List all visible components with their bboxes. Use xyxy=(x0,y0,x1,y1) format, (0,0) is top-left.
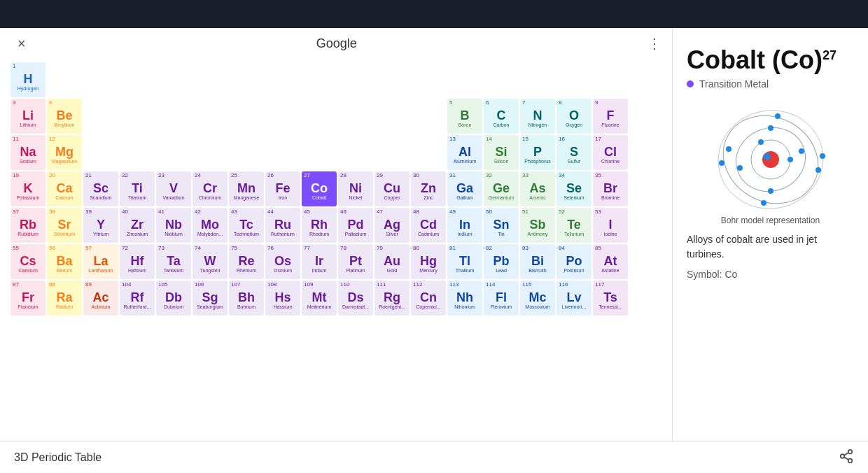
table-element[interactable]: 15PPhosphorus xyxy=(520,135,555,170)
table-element[interactable] xyxy=(192,99,227,134)
table-element[interactable]: 6CCarbon xyxy=(484,99,519,134)
table-element[interactable]: 107BhBohrium xyxy=(229,281,264,316)
table-element[interactable]: 5BBoron xyxy=(447,99,482,134)
table-element[interactable]: 21ScScandium xyxy=(83,171,118,206)
table-element[interactable] xyxy=(447,62,482,97)
table-element[interactable]: 57LaLanthanum xyxy=(83,244,118,279)
table-element[interactable]: 34SeSelenium xyxy=(556,171,592,206)
table-element[interactable]: 37RbRubidium xyxy=(10,208,46,243)
table-element[interactable]: 78PtPlatinum xyxy=(338,244,373,279)
table-element[interactable]: 4BeBeryllium xyxy=(47,99,82,134)
table-element[interactable] xyxy=(83,62,118,97)
table-element[interactable]: 22TiTitanium xyxy=(120,171,155,206)
table-element[interactable] xyxy=(374,99,410,134)
table-element[interactable]: 83BiBismuth xyxy=(520,244,555,279)
table-element[interactable]: 104RfRutherford... xyxy=(120,281,155,316)
table-element[interactable]: 30ZnZinc xyxy=(411,171,446,206)
table-element[interactable]: 3LiLithium xyxy=(10,99,46,134)
table-element[interactable] xyxy=(156,135,191,170)
table-element[interactable] xyxy=(338,135,373,170)
table-element[interactable]: 77IrIridium xyxy=(302,244,337,279)
table-element[interactable] xyxy=(593,62,628,97)
table-element[interactable]: 13AlAluminium xyxy=(447,135,482,170)
close-button[interactable]: × xyxy=(18,36,26,52)
table-element[interactable] xyxy=(192,62,227,97)
table-element[interactable]: 116LvLivermori... xyxy=(556,281,592,316)
table-element[interactable]: 79AuGold xyxy=(374,244,410,279)
table-element[interactable]: 19KPotassium xyxy=(10,171,46,206)
table-element[interactable]: 109MtMeitnerium xyxy=(302,281,337,316)
table-element[interactable] xyxy=(265,135,300,170)
table-element[interactable]: 111RgRoentgeni... xyxy=(374,281,410,316)
table-element[interactable]: 87FrFrancium xyxy=(10,281,46,316)
table-element[interactable]: 52TeTellurium xyxy=(556,208,592,243)
table-element[interactable]: 108HsHassium xyxy=(265,281,300,316)
table-element[interactable]: 84PoPolonium xyxy=(556,244,592,279)
table-element[interactable]: 40ZrZirconium xyxy=(120,208,155,243)
table-element[interactable]: 9FFluorine xyxy=(593,99,628,134)
table-element[interactable]: 117TsTennessi... xyxy=(593,281,628,316)
table-element[interactable]: 76OsOsmium xyxy=(265,244,300,279)
table-element[interactable]: 72HfHafnium xyxy=(120,244,155,279)
table-element[interactable]: 32GeGermanium xyxy=(484,171,519,206)
table-element[interactable] xyxy=(265,99,300,134)
table-element[interactable]: 56BaBarium xyxy=(47,244,82,279)
table-element[interactable]: 31GaGallium xyxy=(447,171,482,206)
table-element[interactable] xyxy=(120,135,155,170)
table-element[interactable] xyxy=(374,62,410,97)
table-element[interactable]: 106SgSeaborgium xyxy=(192,281,227,316)
table-element[interactable]: 51SbAntimony xyxy=(520,208,555,243)
table-element[interactable]: 46PdPalladium xyxy=(338,208,373,243)
table-element[interactable]: 41NbNiobium xyxy=(156,208,191,243)
table-element[interactable]: 45RhRhodium xyxy=(302,208,337,243)
table-element[interactable] xyxy=(629,99,664,134)
table-element[interactable]: 74WTungsten xyxy=(192,244,227,279)
table-element[interactable] xyxy=(411,62,446,97)
table-element[interactable] xyxy=(629,135,664,170)
table-element[interactable]: 20CaCalcium xyxy=(47,171,82,206)
table-element[interactable]: 42MoMolybden... xyxy=(192,208,227,243)
table-element[interactable] xyxy=(411,99,446,134)
table-element[interactable] xyxy=(302,135,337,170)
table-element[interactable] xyxy=(629,171,664,206)
table-element[interactable] xyxy=(338,99,373,134)
table-element[interactable]: 85AtAstatine xyxy=(593,244,628,279)
table-element[interactable] xyxy=(374,135,410,170)
table-element[interactable]: 39YYttrium xyxy=(83,208,118,243)
table-element[interactable]: 113NhNihonium xyxy=(447,281,482,316)
table-element[interactable]: 112CnCopernici... xyxy=(411,281,446,316)
table-element[interactable] xyxy=(629,208,664,243)
table-element[interactable] xyxy=(192,135,227,170)
table-element[interactable]: 88RaRadium xyxy=(47,281,82,316)
table-element[interactable] xyxy=(120,62,155,97)
table-element[interactable]: 53IIodine xyxy=(593,208,628,243)
table-element[interactable]: 50SnTin xyxy=(484,208,519,243)
table-element[interactable]: 89AcActinium xyxy=(83,281,118,316)
table-element[interactable] xyxy=(629,62,664,97)
table-element[interactable]: 38SrStrontium xyxy=(47,208,82,243)
table-element[interactable]: 26FeIron xyxy=(265,171,300,206)
table-element[interactable] xyxy=(229,62,264,97)
table-element[interactable]: 43TcTechnetium xyxy=(229,208,264,243)
table-element[interactable]: 17ClChlorine xyxy=(593,135,628,170)
more-button[interactable]: ⋮ xyxy=(648,35,662,52)
table-element[interactable]: 28NiNickel xyxy=(338,171,373,206)
table-element[interactable] xyxy=(338,62,373,97)
table-element[interactable]: 1HHydrogen xyxy=(10,62,46,97)
table-element[interactable]: 44RuRuthenium xyxy=(265,208,300,243)
table-element[interactable] xyxy=(156,62,191,97)
table-element[interactable]: 14SiSilicon xyxy=(484,135,519,170)
table-element[interactable]: 55CsCaesium xyxy=(10,244,46,279)
table-element[interactable]: 27CoCobalt xyxy=(302,171,337,206)
table-element[interactable]: 7NNitrogen xyxy=(520,99,555,134)
table-element[interactable] xyxy=(411,135,446,170)
table-element[interactable] xyxy=(156,99,191,134)
table-element[interactable]: 8OOxygen xyxy=(556,99,592,134)
table-element[interactable]: 114FlFlerovium xyxy=(484,281,519,316)
table-element[interactable]: 24CrChromium xyxy=(192,171,227,206)
table-element[interactable]: 47AgSilver xyxy=(374,208,410,243)
table-element[interactable]: 105DbDubnium xyxy=(156,281,191,316)
table-element[interactable]: 29CuCopper xyxy=(374,171,410,206)
table-element[interactable] xyxy=(520,62,555,97)
table-element[interactable]: 75ReRhenium xyxy=(229,244,264,279)
